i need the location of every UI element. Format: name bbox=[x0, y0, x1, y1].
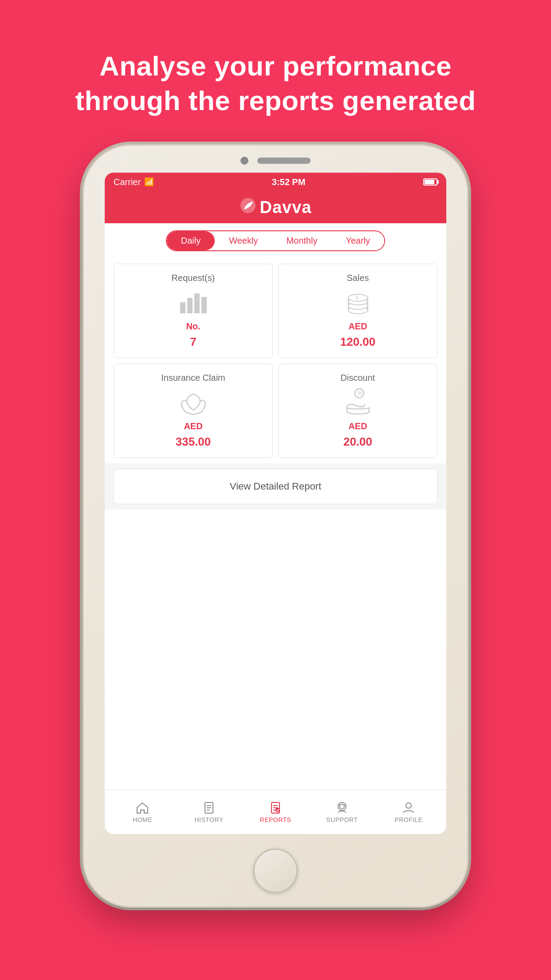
carrier-label: Carrier bbox=[114, 177, 141, 187]
nav-profile-label: PROFILE bbox=[394, 816, 422, 823]
tab-yearly[interactable]: Yearly bbox=[331, 231, 384, 250]
svg-point-22 bbox=[276, 808, 280, 812]
phone-camera-area bbox=[240, 157, 311, 165]
stat-discount-title: Discount bbox=[341, 373, 375, 383]
view-detailed-report-button[interactable]: View Detailed Report bbox=[114, 469, 437, 504]
wifi-icon: 📶 bbox=[144, 177, 154, 187]
stat-requests-label: No. bbox=[186, 321, 200, 332]
phone-mockup: Carrier 📶 3:52 PM bbox=[83, 144, 468, 908]
svg-rect-3 bbox=[194, 293, 200, 313]
stat-insurance-title: Insurance Claim bbox=[161, 373, 225, 383]
svg-text:$: $ bbox=[356, 296, 358, 300]
svg-rect-4 bbox=[201, 297, 207, 313]
stat-card-discount: Discount % AED 20.00 bbox=[278, 364, 437, 458]
stat-card-sales: Sales $ AED 120.00 bbox=[278, 264, 437, 358]
status-left: Carrier 📶 bbox=[114, 177, 154, 187]
bottom-nav: HOME HISTORY bbox=[105, 790, 446, 834]
svg-point-24 bbox=[338, 802, 346, 810]
nav-reports-label: REPORTS bbox=[260, 816, 291, 823]
phone-top bbox=[83, 144, 468, 169]
content-spacer bbox=[105, 510, 446, 790]
battery-indicator bbox=[423, 178, 437, 186]
svg-point-23 bbox=[340, 804, 344, 809]
nav-support[interactable]: SUPPORT bbox=[309, 801, 375, 823]
app-logo-text: Davva bbox=[260, 198, 312, 217]
stat-sales-value: 120.00 bbox=[340, 335, 376, 349]
stat-sales-title: Sales bbox=[346, 273, 369, 283]
stat-card-requests: Request(s) No. 7 bbox=[114, 264, 273, 358]
nav-home-label: HOME bbox=[133, 816, 152, 823]
tab-daily[interactable]: Daily bbox=[167, 231, 215, 250]
phone-speaker bbox=[257, 158, 311, 164]
nav-reports[interactable]: REPORTS bbox=[242, 801, 309, 823]
nav-profile[interactable]: PROFILE bbox=[375, 801, 442, 823]
logo-area: Davva bbox=[240, 197, 312, 217]
stat-discount-label: AED bbox=[348, 421, 367, 431]
logo-icon bbox=[240, 197, 256, 217]
svg-text:%: % bbox=[358, 390, 362, 396]
stat-insurance-value: 335.00 bbox=[176, 435, 211, 449]
nav-support-label: SUPPORT bbox=[327, 816, 358, 823]
home-button[interactable] bbox=[253, 849, 298, 893]
stat-insurance-icon-area bbox=[176, 387, 211, 418]
stat-requests-icon-area bbox=[176, 287, 211, 318]
tab-weekly[interactable]: Weekly bbox=[215, 231, 272, 250]
svg-point-27 bbox=[406, 803, 411, 808]
app-header: Davva bbox=[105, 191, 446, 223]
stat-discount-icon-area: % bbox=[340, 387, 376, 418]
stat-sales-label: AED bbox=[348, 321, 367, 332]
stat-requests-title: Request(s) bbox=[172, 273, 215, 283]
phone-bottom bbox=[253, 834, 298, 908]
stat-card-insurance: Insurance Claim AED 335.00 bbox=[114, 364, 273, 458]
svg-rect-2 bbox=[187, 298, 193, 313]
status-time: 3:52 PM bbox=[272, 177, 306, 187]
battery-fill bbox=[425, 180, 434, 184]
status-right bbox=[423, 178, 437, 186]
tab-monthly[interactable]: Monthly bbox=[272, 231, 331, 250]
tabs-container: Daily Weekly Monthly Yearly bbox=[166, 230, 386, 251]
page-headline: Analyse your performance through the rep… bbox=[39, 49, 511, 118]
nav-home[interactable]: HOME bbox=[109, 801, 176, 823]
nav-history[interactable]: HISTORY bbox=[176, 801, 242, 823]
front-camera bbox=[240, 157, 248, 165]
stat-discount-value: 20.00 bbox=[343, 435, 372, 449]
stat-requests-value: 7 bbox=[190, 335, 196, 349]
tabs-bar: Daily Weekly Monthly Yearly bbox=[105, 223, 446, 258]
stat-sales-icon-area: $ bbox=[340, 287, 376, 318]
nav-history-label: HISTORY bbox=[194, 816, 223, 823]
stats-grid: Request(s) No. 7 Sales bbox=[105, 258, 446, 463]
svg-rect-1 bbox=[180, 302, 185, 313]
stat-insurance-label: AED bbox=[184, 421, 202, 431]
phone-screen: Carrier 📶 3:52 PM bbox=[105, 173, 446, 834]
view-report-label: View Detailed Report bbox=[230, 481, 321, 492]
status-bar: Carrier 📶 3:52 PM bbox=[105, 173, 446, 191]
